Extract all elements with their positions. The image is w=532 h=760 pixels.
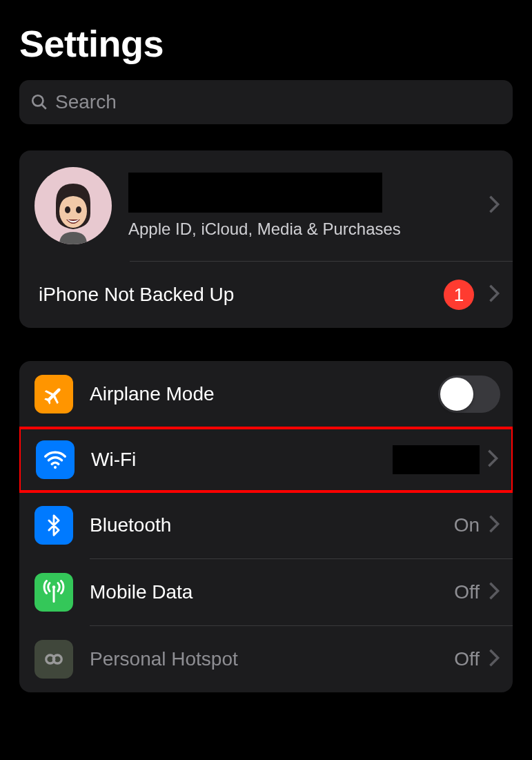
- chevron-right-icon: [488, 284, 500, 306]
- apple-id-card: Apple ID, iCloud, Media & Purchases iPho…: [19, 150, 513, 328]
- svg-point-0: [32, 95, 43, 106]
- profile-name-redacted: [128, 173, 382, 213]
- wifi-icon: [36, 440, 75, 479]
- bluetooth-icon: [35, 506, 73, 545]
- hotspot-icon: [35, 640, 73, 679]
- antenna-icon: [35, 573, 73, 612]
- svg-point-3: [65, 206, 70, 213]
- chevron-right-icon: [488, 514, 500, 536]
- svg-line-1: [41, 104, 46, 109]
- avatar: [35, 167, 112, 244]
- mobile-data-label: Mobile Data: [90, 581, 454, 603]
- hotspot-row[interactable]: Personal Hotspot Off: [19, 626, 513, 692]
- svg-point-4: [76, 206, 81, 213]
- wifi-value-redacted: [393, 445, 480, 474]
- notification-badge: 1: [444, 280, 474, 310]
- profile-subtitle: Apple ID, iCloud, Media & Purchases: [128, 220, 488, 239]
- svg-point-5: [54, 466, 57, 469]
- mobile-data-row[interactable]: Mobile Data Off: [19, 559, 513, 625]
- chevron-right-icon: [488, 648, 500, 670]
- chevron-right-icon: [486, 449, 499, 471]
- wifi-row[interactable]: Wi-Fi: [19, 427, 513, 493]
- bluetooth-value: On: [454, 514, 480, 536]
- backup-label: iPhone Not Backed Up: [39, 284, 444, 306]
- search-icon: [30, 93, 48, 111]
- airplane-toggle[interactable]: [438, 376, 500, 413]
- backup-warning-row[interactable]: iPhone Not Backed Up 1: [19, 262, 513, 328]
- airplane-icon: [35, 375, 73, 413]
- apple-id-row[interactable]: Apple ID, iCloud, Media & Purchases: [19, 150, 513, 261]
- chevron-right-icon: [488, 581, 500, 603]
- bluetooth-row[interactable]: Bluetooth On: [19, 492, 513, 558]
- mobile-data-value: Off: [454, 581, 480, 603]
- hotspot-value: Off: [454, 648, 480, 670]
- airplane-label: Airplane Mode: [90, 383, 438, 405]
- wifi-label: Wi-Fi: [91, 449, 393, 471]
- connectivity-group: Airplane Mode Wi-Fi: [19, 361, 513, 692]
- search-placeholder: Search: [55, 91, 117, 113]
- search-input[interactable]: Search: [19, 80, 513, 124]
- hotspot-label: Personal Hotspot: [90, 648, 454, 670]
- bluetooth-label: Bluetooth: [90, 514, 454, 536]
- svg-point-7: [52, 585, 56, 589]
- page-title: Settings: [19, 22, 513, 65]
- chevron-right-icon: [488, 195, 500, 217]
- airplane-mode-row[interactable]: Airplane Mode: [19, 361, 513, 427]
